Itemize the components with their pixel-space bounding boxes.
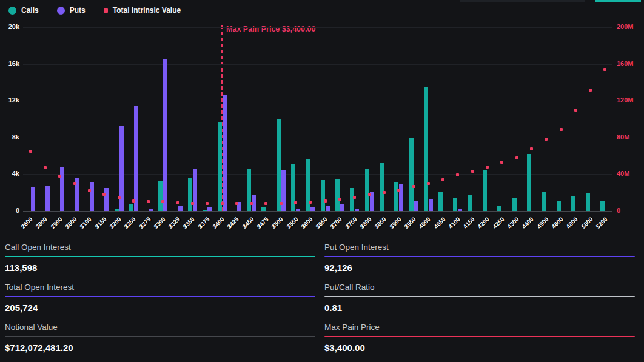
oi-chart: CallsPutsTotal Intrinsic Value Max Pain … (0, 0, 644, 236)
put-bar[interactable] (326, 206, 330, 211)
call-bar[interactable] (129, 204, 133, 211)
call-bar[interactable] (600, 201, 605, 211)
call-bar[interactable] (424, 87, 428, 211)
put-bar[interactable] (296, 209, 300, 212)
put-bar[interactable] (458, 209, 462, 212)
call-bar[interactable] (380, 163, 384, 211)
intrinsic-value-dot[interactable] (515, 156, 518, 159)
intrinsic-value-dot[interactable] (574, 109, 577, 112)
call-bar[interactable] (453, 198, 457, 211)
intrinsic-value-dot[interactable] (338, 198, 341, 201)
intrinsic-value-dot[interactable] (427, 182, 430, 185)
put-bar[interactable] (104, 188, 109, 211)
intrinsic-value-dot[interactable] (368, 193, 371, 196)
put-bar[interactable] (193, 169, 197, 211)
intrinsic-value-dot[interactable] (73, 182, 76, 185)
intrinsic-value-dot[interactable] (102, 193, 106, 196)
call-bar[interactable] (468, 195, 472, 211)
intrinsic-value-dot[interactable] (191, 202, 194, 205)
put-bar[interactable] (45, 186, 50, 211)
intrinsic-value-dot[interactable] (161, 200, 164, 203)
intrinsic-value-dot[interactable] (441, 178, 444, 181)
legend-item-calls[interactable]: Calls (8, 6, 39, 15)
put-bar[interactable] (281, 170, 286, 211)
call-bar[interactable] (571, 196, 575, 211)
call-bar[interactable] (512, 198, 517, 211)
call-bar[interactable] (409, 138, 414, 211)
intrinsic-value-dot[interactable] (324, 199, 327, 203)
intrinsic-value-dot[interactable] (264, 202, 267, 205)
intrinsic-value-dot[interactable] (206, 202, 209, 205)
intrinsic-value-dot[interactable] (235, 202, 238, 205)
call-bar[interactable] (483, 170, 487, 211)
put-bar[interactable] (134, 106, 138, 211)
right-axis-tick-label: 160M (617, 60, 643, 67)
legend-item-puts[interactable]: Puts (57, 6, 86, 15)
call-bar[interactable] (394, 182, 398, 211)
put-bar[interactable] (207, 207, 212, 211)
intrinsic-value-dot[interactable] (500, 161, 503, 164)
put-bar[interactable] (223, 95, 227, 211)
intrinsic-value-dot[interactable] (560, 128, 563, 131)
put-bar[interactable] (60, 167, 64, 212)
intrinsic-value-dot[interactable] (486, 166, 489, 169)
intrinsic-value-dot[interactable] (383, 191, 386, 194)
call-bar[interactable] (497, 206, 501, 211)
intrinsic-value-dot[interactable] (353, 196, 356, 199)
intrinsic-value-dot[interactable] (118, 196, 121, 199)
call-bar[interactable] (218, 122, 222, 211)
put-bar[interactable] (31, 187, 35, 211)
put-bar[interactable] (149, 209, 153, 212)
intrinsic-value-dot[interactable] (471, 170, 474, 173)
call-bar[interactable] (321, 180, 325, 212)
intrinsic-value-dot[interactable] (88, 189, 91, 192)
stat-underline (5, 256, 315, 257)
intrinsic-value-dot[interactable] (58, 175, 61, 178)
call-bar[interactable] (158, 181, 163, 211)
intrinsic-value-dot[interactable] (412, 185, 415, 188)
left-axis-tick-label: 8k (0, 133, 19, 141)
intrinsic-value-dot[interactable] (221, 202, 224, 205)
intrinsic-value-dot[interactable] (132, 199, 135, 203)
put-bar[interactable] (340, 204, 344, 211)
call-bar[interactable] (438, 192, 443, 211)
put-bar[interactable] (178, 206, 183, 211)
square-marker-icon (104, 8, 108, 13)
call-bar[interactable] (586, 193, 590, 211)
intrinsic-value-dot[interactable] (147, 200, 150, 203)
put-bar[interactable] (414, 201, 418, 211)
intrinsic-value-dot[interactable] (29, 150, 32, 153)
gridline (23, 27, 612, 28)
intrinsic-value-dot[interactable] (250, 202, 253, 205)
put-bar[interactable] (310, 207, 315, 211)
intrinsic-value-dot[interactable] (545, 138, 548, 141)
intrinsic-value-dot[interactable] (397, 189, 400, 192)
call-bar[interactable] (557, 201, 561, 211)
call-bar[interactable] (527, 154, 531, 211)
intrinsic-value-dot[interactable] (589, 89, 592, 92)
call-bar[interactable] (115, 209, 119, 212)
stat-label: Call Open Interest (5, 243, 315, 252)
put-bar[interactable] (163, 59, 167, 211)
intrinsic-value-dot[interactable] (530, 147, 533, 150)
intrinsic-value-dot[interactable] (294, 201, 297, 204)
put-bar[interactable] (429, 199, 433, 211)
call-bar[interactable] (203, 210, 207, 211)
intrinsic-value-dot[interactable] (456, 173, 459, 176)
put-bar[interactable] (90, 182, 94, 211)
call-bar[interactable] (188, 178, 192, 212)
call-bar[interactable] (261, 207, 266, 211)
call-bar[interactable] (335, 179, 340, 211)
legend-item-total-intrinsic-value[interactable]: Total Intrinsic Value (104, 6, 181, 15)
intrinsic-value-dot[interactable] (280, 202, 283, 205)
intrinsic-value-dot[interactable] (44, 166, 47, 169)
call-bar[interactable] (365, 169, 369, 211)
put-bar[interactable] (355, 209, 359, 212)
intrinsic-value-dot[interactable] (603, 68, 606, 71)
call-bar[interactable] (542, 192, 546, 211)
call-bar[interactable] (350, 188, 354, 211)
legend-label: Puts (70, 6, 86, 15)
call-bar[interactable] (277, 119, 281, 212)
intrinsic-value-dot[interactable] (176, 201, 179, 204)
intrinsic-value-dot[interactable] (309, 201, 312, 204)
